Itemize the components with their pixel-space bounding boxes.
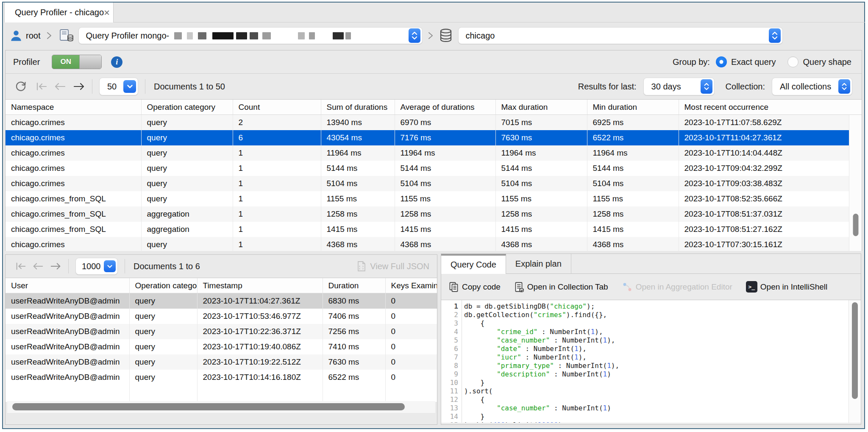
column-header[interactable]: Max duration <box>495 100 587 115</box>
column-header[interactable]: Keys Examined <box>385 278 437 293</box>
column-header[interactable]: Count <box>233 100 321 115</box>
column-header[interactable]: Operation category <box>129 278 197 293</box>
profiler-toggle-knob[interactable] <box>79 55 101 69</box>
radio-query-shape[interactable] <box>787 56 798 67</box>
table-cell: 5104 ms <box>395 176 495 191</box>
column-header[interactable]: User <box>6 278 129 293</box>
previous-page-icon[interactable] <box>54 82 67 91</box>
line-number: 1 <box>441 302 464 311</box>
column-header[interactable]: Average of durations <box>395 100 495 115</box>
copy-code-button[interactable]: Copy code <box>449 281 501 293</box>
table-cell: 2023-10-17T10:14:16.180Z <box>197 370 323 385</box>
column-header[interactable]: Timestamp <box>197 278 323 293</box>
table-cell: 11964 ms <box>321 145 395 161</box>
table-row[interactable]: chicago.crimesquery15104 ms5104 ms5104 m… <box>6 176 862 191</box>
table-row[interactable]: userReadWriteAnyDB@adminquery2023-10-17T… <box>6 324 437 339</box>
horizontal-scrollbar[interactable] <box>7 401 435 413</box>
database-dropdown-value: chicago <box>459 31 495 41</box>
table-row[interactable]: chicago.crimesquery643054 ms7176 ms7630 … <box>6 130 862 145</box>
table-cell: 1 <box>233 222 321 237</box>
scrollbar-thumb[interactable] <box>852 302 858 399</box>
table-cell: query <box>141 176 233 191</box>
column-header[interactable]: Sum of durations <box>321 100 395 115</box>
table-row[interactable]: userReadWriteAnyDB@adminquery2023-10-17T… <box>6 309 437 324</box>
info-icon[interactable]: i <box>111 56 122 68</box>
table-cell: 5104 ms <box>587 176 679 191</box>
results-for-last-select[interactable]: 30 days <box>643 78 715 95</box>
aggregation-editor-icon <box>622 281 633 293</box>
column-header[interactable]: Namespace <box>6 100 141 115</box>
table-row[interactable]: chicago.crimesquery111964 ms11964 ms1196… <box>6 145 862 161</box>
table-cell: 7256 ms <box>323 324 385 339</box>
table-row[interactable]: userReadWriteAnyDB@adminquery2023-10-17T… <box>6 354 437 370</box>
table-cell: 1 <box>233 237 321 251</box>
table-cell <box>129 385 197 402</box>
page-size-select[interactable]: 50 <box>99 78 138 95</box>
results-for-last-value: 30 days <box>644 82 700 92</box>
table-row[interactable]: chicago.crimesquery14368 ms4368 ms4368 m… <box>6 237 862 251</box>
line-number: 11 <box>441 387 464 396</box>
table-cell: query <box>141 145 233 161</box>
select-chevron-icon[interactable] <box>104 260 116 272</box>
table-row[interactable]: userReadWriteAnyDB@adminquery2023-10-17T… <box>6 293 437 309</box>
column-header[interactable]: Most recent occurrence <box>679 100 862 115</box>
open-in-aggregation-editor-button[interactable]: Open in Aggregation Editor <box>622 281 732 293</box>
first-page-icon[interactable] <box>15 262 27 271</box>
close-icon[interactable]: × <box>104 8 110 18</box>
first-page-icon[interactable] <box>35 82 48 91</box>
collection-label: Collection: <box>726 82 765 92</box>
column-header[interactable]: Operation category <box>141 100 233 115</box>
profiler-toggle[interactable]: ON <box>52 55 102 69</box>
divider <box>92 79 92 94</box>
refresh-icon[interactable] <box>14 80 28 93</box>
table-cell: 0 <box>385 354 437 370</box>
vertical-scrollbar[interactable] <box>849 115 862 251</box>
column-header[interactable]: Min duration <box>587 100 679 115</box>
query-code-editor[interactable]: 1db = db.getSiblingDB("chicago");2db.get… <box>441 300 861 423</box>
profiler-bar: Profiler ON i Group by: Exact query Quer… <box>6 50 862 74</box>
select-stepper-icon[interactable] <box>701 79 712 94</box>
connection-dropdown[interactable]: Query Profiler mongo- <box>78 27 423 44</box>
table-cell: 6970 ms <box>395 115 495 130</box>
database-dropdown[interactable]: chicago <box>458 27 783 44</box>
redacted-block <box>262 32 271 39</box>
dropdown-stepper-icon[interactable] <box>769 28 781 43</box>
tab-explain-plan[interactable]: Explain plan <box>506 254 571 274</box>
app-tab-query-profiler[interactable]: Query Profiler - chicago × <box>4 3 114 22</box>
table-row[interactable]: chicago.crimesquery15144 ms5144 ms5144 m… <box>6 161 862 176</box>
dropdown-stepper-icon[interactable] <box>409 28 420 43</box>
detail-page-size-select[interactable]: 1000 <box>75 258 118 275</box>
table-row[interactable]: chicago.crimes_from_SQLaggregation11258 … <box>6 206 862 222</box>
collection-select[interactable]: All collections <box>772 78 852 95</box>
code-line: 6 "date" : NumberInt(1), <box>441 345 848 353</box>
select-stepper-icon[interactable] <box>838 79 850 94</box>
table-row[interactable]: userReadWriteAnyDB@adminquery2023-10-17T… <box>6 370 437 385</box>
table-cell: 6522 ms <box>323 370 385 385</box>
radio-exact-query[interactable] <box>716 56 727 67</box>
previous-page-icon[interactable] <box>32 262 44 271</box>
table-row[interactable]: chicago.crimes_from_SQLaggregation11415 … <box>6 222 862 237</box>
open-in-intellishell-button[interactable]: >_ Open in IntelliShell <box>746 281 827 293</box>
open-in-collection-tab-button[interactable]: Open in Collection Tab <box>514 281 608 293</box>
next-page-icon[interactable] <box>72 82 85 91</box>
scrollbar-thumb[interactable] <box>12 403 405 410</box>
next-page-icon[interactable] <box>50 262 61 271</box>
select-chevron-icon[interactable] <box>123 80 136 93</box>
user-icon <box>10 29 22 42</box>
table-cell: userReadWriteAnyDB@admin <box>6 354 129 370</box>
group-by-label: Group by: <box>673 57 710 67</box>
view-full-json-button[interactable]: View Full JSON <box>356 261 429 272</box>
table-row[interactable]: userReadWriteAnyDB@adminquery2023-10-17T… <box>6 339 437 354</box>
scrollbar-thumb[interactable] <box>853 214 858 236</box>
table-row[interactable]: chicago.crimesquery213940 ms6970 ms7015 … <box>6 115 862 130</box>
code-line: 1db = db.getSiblingDB("chicago"); <box>441 302 848 311</box>
redacted-block <box>250 32 258 39</box>
table-cell: 7406 ms <box>323 309 385 324</box>
vertical-scrollbar[interactable] <box>849 300 861 423</box>
results-pagination-bar: 50 Documents 1 to 50 Results for last: 3… <box>6 74 862 100</box>
table-cell: chicago.crimes <box>6 237 141 251</box>
table-row[interactable]: chicago.crimes_from_SQLquery11155 ms1155… <box>6 191 862 206</box>
column-header[interactable]: Duration <box>323 278 385 293</box>
table-cell: 4368 ms <box>321 237 395 251</box>
tab-query-code[interactable]: Query Code <box>441 254 506 274</box>
